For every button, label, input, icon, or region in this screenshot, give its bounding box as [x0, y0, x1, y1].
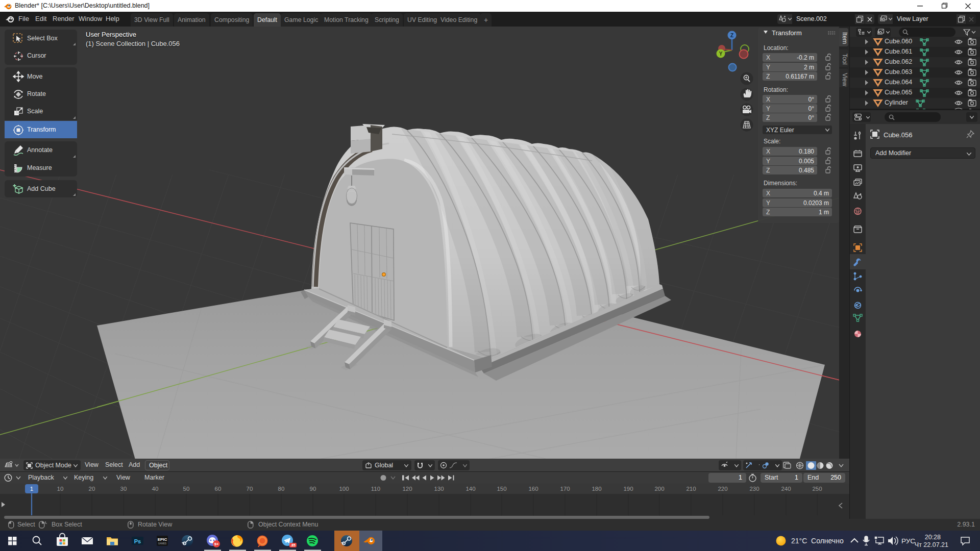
svg-text:230: 230 [749, 486, 759, 492]
svg-text:150: 150 [497, 486, 506, 492]
svg-text:20: 20 [89, 486, 95, 492]
svg-text:20:28: 20:28 [925, 534, 941, 541]
svg-text:210: 210 [686, 486, 696, 492]
svg-text:10: 10 [57, 486, 64, 492]
svg-text:Чт 22.07.21: Чт 22.07.21 [915, 541, 948, 548]
svg-text:130: 130 [434, 486, 444, 492]
svg-text:GAMES: GAMES [158, 542, 166, 545]
svg-text:200: 200 [654, 486, 664, 492]
svg-text:250: 250 [812, 486, 822, 492]
svg-text:70: 70 [247, 486, 253, 492]
svg-text:220: 220 [718, 486, 727, 492]
svg-text:140: 140 [465, 486, 475, 492]
svg-text:Z: Z [730, 33, 733, 38]
svg-text:Y: Y [719, 51, 723, 57]
svg-text:Ps: Ps [134, 538, 141, 544]
svg-text:180: 180 [592, 486, 601, 492]
svg-text:100: 100 [339, 486, 349, 492]
svg-text:110: 110 [371, 486, 380, 492]
svg-text:240: 240 [781, 486, 791, 492]
svg-text:90: 90 [310, 486, 316, 492]
svg-text:160: 160 [528, 486, 538, 492]
svg-text:1: 1 [30, 486, 33, 492]
svg-text:60: 60 [215, 486, 222, 492]
svg-text:21°C Солнечно: 21°C Солнечно [791, 537, 844, 545]
svg-text:РУС: РУС [901, 537, 915, 545]
svg-text:40: 40 [152, 486, 159, 492]
svg-text:9+: 9+ [214, 542, 219, 546]
svg-text:190: 190 [623, 486, 633, 492]
svg-text:30: 30 [120, 486, 127, 492]
svg-text:170: 170 [560, 486, 570, 492]
svg-text:120: 120 [402, 486, 412, 492]
svg-text:80: 80 [278, 486, 285, 492]
svg-text:EPIC: EPIC [158, 537, 167, 542]
svg-text:50: 50 [183, 486, 190, 492]
svg-text:.85: .85 [290, 543, 295, 547]
